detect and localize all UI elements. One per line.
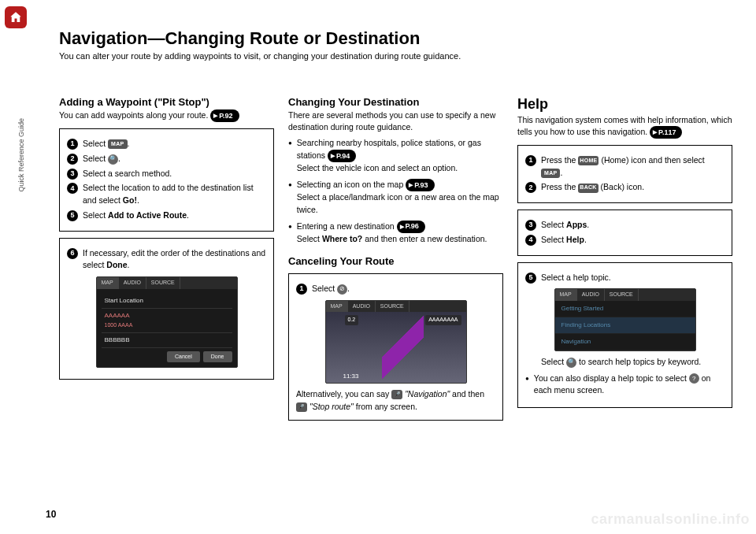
watermark: carmanualsonline.info: [591, 511, 750, 528]
column-change-destination: Changing Your Destination There are seve…: [288, 96, 503, 421]
intro-change-dest: There are several methods you can use to…: [288, 109, 503, 132]
voice-icon: 🎤: [391, 390, 402, 399]
cancel-alt-text: Alternatively, you can say 🎤 "Navigation…: [296, 388, 495, 413]
bullet-map-icon: Selecting an icon on the map P.93 Select…: [288, 179, 503, 217]
home-chip-icon: HOME: [578, 156, 598, 165]
back-chip-icon: BACK: [578, 184, 598, 193]
help-circle-icon: ?: [689, 373, 699, 384]
help-step-5-text: Select a help topic.: [541, 272, 724, 284]
page-number: 10: [46, 509, 56, 520]
help-step-1-badge: 1: [525, 155, 536, 166]
heading-change-dest: Changing Your Destination: [288, 96, 503, 108]
cancel-step-1-badge: 1: [296, 284, 307, 295]
box-waypoint-steps: 1 Select MAP. 2 Select 🔍. 3 Select a sea…: [59, 128, 274, 232]
step-3-badge: 3: [67, 169, 78, 180]
help-step-1-text: Press the HOME (Home) icon and then sele…: [541, 154, 724, 180]
help-step-3-badge: 3: [525, 220, 536, 231]
box-cancel-route: 1 Select ⊘. MAP AUDIO SOURCE 0.2 AAAAAAA…: [288, 273, 503, 421]
cancel-step-1-text: Select ⊘.: [312, 283, 495, 295]
box-waypoint-edit: 6 If necessary, edit the order of the de…: [59, 238, 274, 380]
page-ref-92[interactable]: P.92: [210, 109, 239, 122]
search-circle-icon: 🔍: [108, 154, 118, 165]
step-5-text: Select Add to Active Route.: [83, 210, 266, 222]
box-help-1: 1 Press the HOME (Home) icon and then se…: [517, 145, 732, 203]
step-4-text: Select the location to add to the destin…: [83, 182, 266, 207]
search-circle-icon: 🔍: [566, 358, 576, 368]
page-ref-117[interactable]: P.117: [650, 126, 682, 139]
step-1-text: Select MAP.: [83, 138, 266, 150]
step-4-badge: 4: [67, 183, 78, 194]
cancel-button: Cancel: [167, 351, 200, 363]
step-2-badge: 2: [67, 154, 78, 165]
heading-cancel-route: Canceling Your Route: [288, 255, 503, 267]
sidebar-section-label: Quick Reference Guide: [17, 118, 25, 192]
column-help: Help This navigation system comes with h…: [517, 96, 732, 421]
done-button: Done: [203, 351, 232, 363]
house-icon: [9, 10, 23, 24]
help-step-5-badge: 5: [525, 273, 536, 284]
help-step-4-badge: 4: [525, 235, 536, 246]
help-step-2-text: Press the BACK (Back) icon.: [541, 181, 724, 194]
page-title: Navigation—Changing Route or Destination: [59, 28, 732, 49]
page-ref-94[interactable]: P.94: [328, 150, 356, 162]
step-2-text: Select 🔍.: [83, 153, 266, 165]
box-help-3: 5 Select a help topic. MAP AUDIO SOURCE …: [517, 262, 732, 409]
help-step-3-text: Select Apps.: [541, 219, 724, 232]
page-content: Navigation—Changing Route or Destination…: [59, 28, 732, 510]
bullet-nearby: Searching nearby hospitals, police stati…: [288, 137, 503, 175]
step-3-text: Select a search method.: [83, 168, 266, 180]
box-help-2: 3 Select Apps. 4 Select Help.: [517, 210, 732, 256]
help-step-2-badge: 2: [525, 182, 536, 193]
intro-help: This navigation system comes with help i…: [517, 114, 732, 139]
intro-waypoint-text: You can add waypoints along your route.: [59, 110, 208, 120]
page-subtitle: You can alter your route by adding waypo…: [59, 51, 732, 61]
voice-icon: 🎤: [296, 402, 307, 412]
page-ref-96[interactable]: P.96: [397, 221, 425, 233]
column-waypoint: Adding a Waypoint ("Pit Stop") You can a…: [59, 96, 274, 421]
help-step-4-text: Select Help.: [541, 234, 724, 247]
screenshot-nav-map: MAP AUDIO SOURCE 0.2 AAAAAAAA 11:33: [325, 300, 467, 384]
home-icon[interactable]: [5, 6, 27, 28]
screenshot-help: MAP AUDIO SOURCE Getting Started Finding…: [554, 288, 696, 351]
step-6-text: If necessary, edit the order of the dest…: [83, 247, 266, 273]
intro-waypoint: You can add waypoints along your route. …: [59, 109, 274, 122]
map-chip-icon: MAP: [108, 139, 127, 149]
screenshot-edit-route: MAP AUDIO SOURCE Start Location AAAAAA 1…: [96, 276, 238, 368]
step-6-badge: 6: [67, 248, 78, 259]
map-chip-icon: MAP: [541, 169, 560, 178]
help-search-text: Select 🔍 to search help topics by keywor…: [541, 356, 724, 369]
help-bullet: You can also display a help topic to sel…: [525, 373, 724, 398]
heading-waypoint: Adding a Waypoint ("Pit Stop"): [59, 96, 274, 108]
bullet-new-dest: Entering a new destination P.96 Select W…: [288, 221, 503, 246]
stop-circle-icon: ⊘: [337, 284, 347, 295]
heading-help: Help: [517, 96, 732, 113]
step-1-badge: 1: [67, 139, 78, 150]
step-5-badge: 5: [67, 210, 78, 221]
page-ref-93[interactable]: P.93: [406, 179, 434, 191]
